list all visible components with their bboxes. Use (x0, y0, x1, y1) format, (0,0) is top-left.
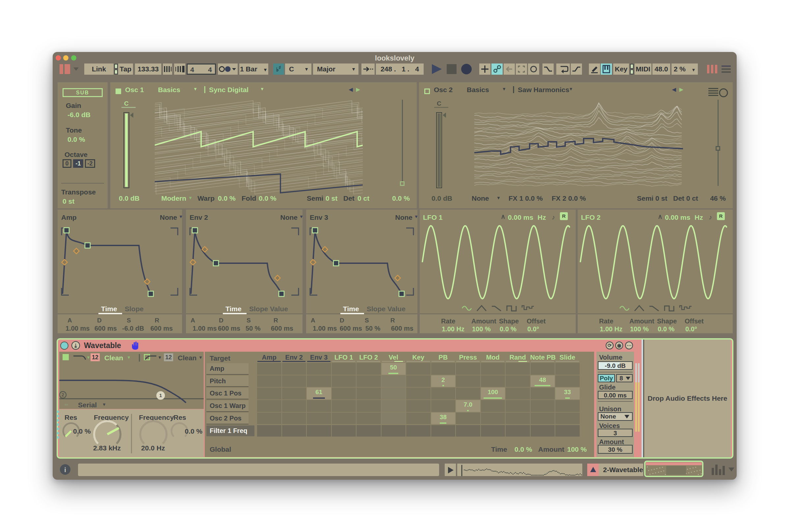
svg-text:♭: ♭ (276, 66, 279, 73)
svg-text:♯: ♯ (279, 65, 281, 70)
svg-text:1: 1 (159, 393, 162, 398)
svg-text:2: 2 (61, 392, 64, 397)
